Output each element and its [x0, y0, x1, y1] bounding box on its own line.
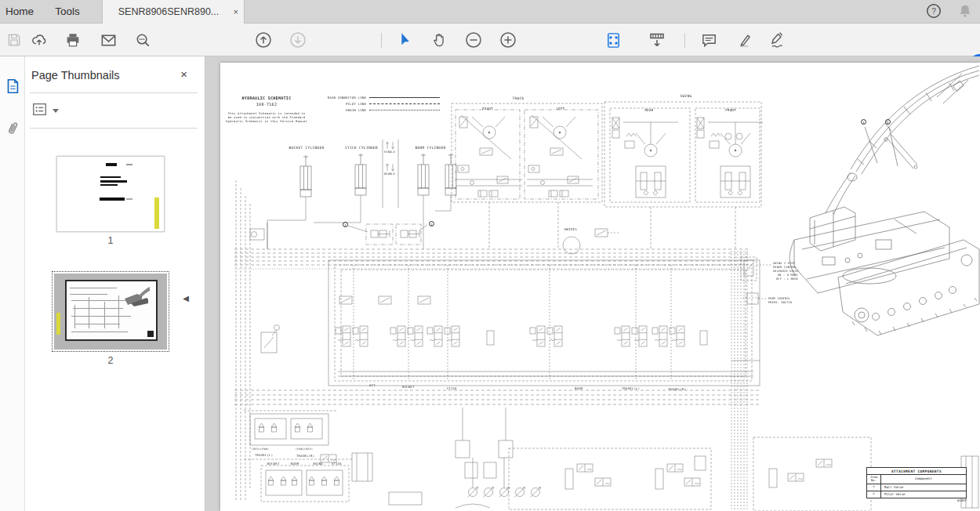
excavator-drawing	[789, 66, 979, 335]
line-legend: MAIN CONNECTOR LINE PILOT LINE DRAIN LIN…	[313, 94, 440, 113]
tab-document[interactable]: SENR8906SENR890... ×	[102, 0, 245, 24]
close-tab-icon[interactable]: ×	[234, 0, 238, 24]
document-area: MAIN CONNECTOR LINE PILOT LINE DRAIN LIN…	[205, 56, 980, 511]
schematic-label: Hydraulic Schematic in this Service Manu…	[226, 121, 307, 124]
attachment-components-table: ATTACHMENT COMPONENTS ItemNo. Component …	[866, 467, 967, 498]
schematic-label: STICK CYLINDER	[345, 147, 378, 150]
schematic-label: LEFT	[557, 107, 565, 111]
cloud-upload-icon	[31, 31, 48, 49]
selection-outline	[52, 271, 169, 352]
print-icon	[64, 31, 82, 49]
schematic-label: BUCKET	[402, 386, 415, 389]
search-button[interactable]	[133, 31, 152, 49]
table-col-component: Component	[881, 475, 966, 484]
thumbnail-options-button[interactable]	[31, 102, 48, 120]
scroll-mode-button[interactable]	[648, 31, 666, 49]
schematic-label: BOOM CYLINDER	[415, 147, 445, 150]
hand-tool-button[interactable]	[430, 31, 448, 49]
highlight-button[interactable]	[735, 31, 753, 49]
scrolling-mode-icon	[648, 31, 666, 49]
fit-page-icon	[604, 31, 622, 49]
schematic-label: HYDRAULIC SCHEMATIC	[242, 96, 292, 100]
schematic-label: TRAVEL(L)	[622, 387, 640, 390]
email-button[interactable]	[99, 31, 118, 49]
options-dropdown-caret[interactable]	[53, 109, 59, 113]
thumbnail-page-1[interactable]: 1	[56, 156, 165, 246]
schematic-label: OFF : L MODE	[776, 278, 798, 281]
legend-label: PILOT LINE	[313, 102, 366, 106]
highlighter-icon	[735, 31, 753, 49]
close-panel-button[interactable]: ×	[180, 67, 187, 81]
print-button[interactable]	[64, 31, 82, 49]
schematic-label: TRAVEL(L)	[255, 454, 273, 457]
page-thumbnails-tab[interactable]	[3, 77, 22, 96]
document-tab-title: SENR8906SENR890...	[118, 6, 220, 17]
schematic-label: REAR	[645, 109, 654, 112]
table-row: ② Pilot Valve	[867, 491, 966, 498]
page-up-button[interactable]	[254, 31, 273, 49]
schematic-label: RIGHT	[482, 107, 493, 111]
schematic-label: STICK	[447, 387, 457, 390]
acrobat-window: Home Tools SENR8906SENR890... × ?	[0, 0, 980, 511]
schematic-label: BOOM	[291, 462, 299, 466]
svg-text:?: ?	[931, 7, 936, 16]
legend-dashed-line	[369, 103, 440, 104]
tab-tools[interactable]: Tools	[45, 0, 89, 24]
panel-divider	[30, 128, 198, 129]
schematic-label: BOOM	[575, 387, 583, 390]
schematic-label: ATT	[369, 384, 376, 387]
legend-solid-line	[369, 97, 440, 98]
comment-button[interactable]	[699, 31, 718, 49]
page-1-number: 1	[56, 235, 165, 246]
share-upload-button[interactable]	[30, 31, 49, 49]
email-icon	[100, 31, 118, 49]
schematic-label: BUCKET CYLINDER	[289, 147, 324, 150]
schematic-label: ON : H MODE	[778, 274, 798, 277]
schematic-label: FRONT	[725, 109, 736, 112]
zoom-in-button[interactable]	[499, 31, 517, 49]
schematic-label: SWING	[680, 95, 691, 99]
page-thumbnails-icon	[4, 77, 21, 96]
pdf-page[interactable]: MAIN CONNECTOR LINE PILOT LINE DRAIN LIN…	[220, 63, 980, 511]
drawing-number: 61857	[926, 498, 967, 502]
schematic-label: SINGLE	[384, 151, 395, 154]
toolbar-divider	[381, 33, 382, 48]
tab-bar: Home Tools SENR8906SENR890... × ?	[0, 0, 980, 24]
legend-dotted-line	[369, 110, 440, 111]
panel-divider	[30, 92, 198, 93]
select-tool-button[interactable]	[395, 31, 414, 49]
help-icon: ?	[925, 2, 942, 20]
page-down-button[interactable]	[289, 31, 307, 49]
arrow-down-circle-icon	[289, 31, 307, 49]
legend-label: DRAIN LINE	[313, 108, 366, 112]
sign-pen-icon	[768, 31, 786, 49]
hand-icon	[430, 31, 448, 49]
save-icon	[6, 32, 22, 48]
thumbnail-page-2-selected[interactable]: 2	[52, 271, 169, 366]
tab-home[interactable]: Home	[0, 0, 39, 24]
collapse-panel-button[interactable]: ◀	[181, 288, 191, 309]
save-button[interactable]	[5, 31, 24, 49]
help-button[interactable]: ?	[925, 2, 942, 23]
schematic-label: POWER CONTROL	[773, 266, 797, 269]
table-col-item: ItemNo.	[867, 475, 881, 484]
navigation-icon-strip	[0, 56, 25, 511]
schematic-callout: 1	[861, 119, 866, 125]
main-toolbar: / 2 33.3%	[0, 24, 980, 56]
zoom-out-button[interactable]	[464, 31, 483, 49]
schematic-label: TRACK	[512, 97, 524, 101]
sign-button[interactable]	[768, 31, 786, 49]
fit-page-button[interactable]	[604, 31, 622, 49]
options-list-icon	[31, 102, 48, 117]
schematic-label: (REV)(FWD)	[252, 448, 269, 451]
attachments-tab[interactable]	[3, 119, 22, 138]
schematic-callout: 2	[885, 119, 891, 125]
workspace: Page Thumbnails ×	[0, 56, 980, 511]
table-title: ATTACHMENT COMPONENTS	[867, 468, 966, 475]
plus-circle-icon	[499, 31, 517, 49]
select-cursor-icon	[396, 31, 413, 49]
schematic-linework	[220, 63, 980, 511]
schematic-callout: 1	[343, 222, 348, 227]
paperclip-icon	[1, 116, 25, 142]
notifications-button[interactable]	[956, 2, 974, 23]
